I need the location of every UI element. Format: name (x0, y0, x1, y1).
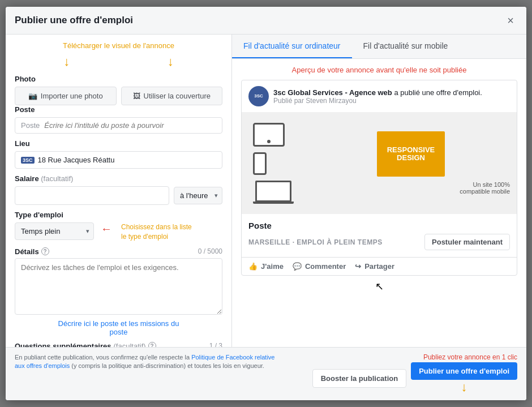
salary-unit-select[interactable]: à l'heure (174, 187, 222, 204)
questions-header: Questions supplémentaires (facultatif) ?… (15, 342, 222, 347)
import-photo-label: Importer une photo (41, 92, 103, 100)
use-cover-button[interactable]: 🖼 Utiliser la couverture (121, 87, 223, 105)
salary-unit-wrapper: à l'heure (174, 187, 222, 204)
publish-button[interactable]: Publier une offre d'emploi (411, 362, 517, 380)
orange-box: RESPONSIVEDESIGN (377, 131, 445, 177)
photo-annotation: Télécharger le visuel de l'annonce (15, 41, 222, 50)
details-annotation: Décrire ici le poste et les missions dup… (15, 319, 222, 336)
modal-footer: En publiant cette publication, vous conf… (6, 347, 526, 400)
avatar: 3SC (248, 86, 269, 106)
salary-input[interactable] (15, 186, 169, 205)
emploi-group: Type d'emploi Temps plein ← Choisissez d… (15, 211, 222, 242)
modal: Publier une offre d'emploi × Télécharger… (6, 7, 526, 400)
photo-arrows: ↓ ↓ (15, 54, 222, 69)
like-label: J'aime (261, 262, 284, 271)
publish-arrow-icon: ↓ (461, 380, 467, 395)
left-panel: Télécharger le visuel de l'annonce ↓ ↓ P… (6, 35, 232, 347)
fb-card-header: 3SC 3sc Global Services - Agence web a p… (242, 80, 517, 112)
emploi-label: Type d'emploi (15, 211, 222, 219)
mobile-sub: Un site 100%compatible mobile (312, 181, 510, 195)
modal-body: Télécharger le visuel de l'annonce ↓ ↓ P… (6, 35, 526, 347)
details-textarea-wrapper (15, 258, 222, 317)
fb-card-content: Poste MARSEILLE · EMPLOI À PLEIN TEMPS P… (242, 214, 517, 257)
tab-mobile[interactable]: Fil d'actualité sur mobile (352, 35, 460, 58)
questions-count: 1 / 3 (209, 342, 222, 347)
apply-button[interactable]: Postuler maintenant (424, 234, 510, 250)
card-image: RESPONSIVEDESIGN Un site 100%compatible … (242, 112, 517, 214)
lieu-group: Lieu 3SC 18 Rue Jacques Réattu (15, 139, 222, 169)
lieu-badge: 3SC (21, 157, 35, 164)
poste-input[interactable] (44, 121, 216, 130)
details-info-icon[interactable]: ? (41, 247, 49, 255)
publish-btn-wrapper: Publier une offre d'emploi ↓ (411, 362, 517, 395)
cursor-icon: ↖ (375, 281, 384, 292)
footer-text-after: (y compris la politique anti-discriminat… (70, 362, 264, 369)
like-action[interactable]: 👍 J'aime (248, 262, 284, 271)
card-title: Poste (248, 221, 510, 230)
tab-desktop[interactable]: Fil d'actualité sur ordinateur (232, 35, 352, 58)
salaire-label: Salaire (facultatif) (15, 174, 222, 183)
questions-info-icon[interactable]: ? (148, 342, 156, 347)
comment-action[interactable]: 💬 Commenter (293, 262, 346, 271)
image-icon: 🖼 (133, 92, 140, 100)
responsive-design-visual: RESPONSIVEDESIGN Un site 100%compatible … (242, 112, 517, 214)
page-name: 3sc Global Services - Agence web a publi… (273, 88, 482, 97)
lieu-wrapper: 3SC 18 Rue Jacques Réattu (15, 151, 222, 169)
page-author: Publié par Steven Mirzayou (273, 97, 482, 105)
cursor-area: ↖ (241, 280, 517, 293)
location-row: MARSEILLE · EMPLOI À PLEIN TEMPS Postule… (248, 234, 510, 250)
arrow-down-right: ↓ (168, 54, 174, 69)
tablet-device (253, 123, 285, 147)
annotation-block: Publiez votre annonce en 1 clic Booster … (312, 353, 517, 395)
comment-label: Commenter (305, 262, 346, 271)
laptop-device (253, 181, 294, 204)
arrow-down-left: ↓ (63, 54, 70, 69)
lieu-value: 18 Rue Jacques Réattu (38, 156, 115, 164)
details-textarea[interactable] (15, 258, 222, 315)
details-group: Détails ? 0 / 5000 Décrire ici le poste … (15, 247, 222, 336)
comment-icon: 💬 (293, 262, 302, 271)
modal-header: Publier une offre d'emploi × (6, 7, 526, 35)
right-panel: Fil d'actualité sur ordinateur Fil d'act… (232, 35, 526, 347)
publish-annotation: Publiez votre annonce en 1 clic (423, 353, 517, 361)
fb-actions: 👍 J'aime 💬 Commenter ↪ Partager (242, 257, 517, 275)
modal-overlay: Publier une offre d'emploi × Télécharger… (0, 0, 532, 407)
tabs: Fil d'actualité sur ordinateur Fil d'act… (232, 35, 526, 59)
preview-notice: Aperçu de votre annonce avant qu'elle ne… (241, 66, 517, 74)
modal-title: Publier une offre d'emploi (15, 15, 133, 26)
design-right: RESPONSIVEDESIGN Un site 100%compatible … (305, 125, 517, 202)
details-label: Détails ? (15, 247, 49, 256)
salaire-group: Salaire (facultatif) à l'heure (15, 174, 222, 205)
emploi-annotation: Choisissez dans la listele type d'emploi (121, 222, 192, 242)
preview-area: Aperçu de votre annonce avant qu'elle ne… (232, 59, 526, 347)
footer-text: En publiant cette publication, vous conf… (15, 353, 281, 371)
like-icon: 👍 (248, 262, 258, 271)
emploi-select[interactable]: Temps plein (15, 222, 94, 240)
booster-button[interactable]: Booster la publication (312, 369, 407, 388)
questions-group: Questions supplémentaires (facultatif) ?… (15, 342, 222, 347)
share-icon: ↪ (355, 262, 361, 271)
fb-card: 3SC 3sc Global Services - Agence web a p… (241, 80, 517, 276)
emploi-select-wrapper: Temps plein (15, 222, 94, 240)
share-action[interactable]: ↪ Partager (355, 262, 394, 271)
poste-icon: Poste (21, 121, 40, 130)
photo-label: Photo (15, 75, 222, 83)
details-header: Détails ? 0 / 5000 (15, 247, 222, 256)
salary-row: à l'heure (15, 186, 222, 205)
arrow-left-icon: ← (101, 222, 112, 235)
camera-icon: 📷 (28, 92, 37, 100)
phone-device (253, 152, 267, 175)
share-label: Partager (364, 262, 394, 271)
import-photo-button[interactable]: 📷 Importer une photo (15, 87, 117, 105)
responsive-text: RESPONSIVEDESIGN (387, 146, 435, 162)
close-icon[interactable]: × (504, 14, 517, 27)
devices-left (242, 112, 305, 214)
footer-text-before: En publiant cette publication, vous conf… (15, 354, 191, 361)
questions-label: Questions supplémentaires (facultatif) ? (15, 342, 156, 347)
footer-buttons: Booster la publication Publier une offre… (312, 362, 517, 395)
poste-label: Poste (15, 105, 222, 114)
details-count: 0 / 5000 (198, 247, 222, 255)
use-cover-label: Utiliser la couverture (144, 92, 211, 100)
page-info: 3sc Global Services - Agence web a publi… (273, 88, 482, 105)
location-text: MARSEILLE · EMPLOI À PLEIN TEMPS (248, 238, 383, 246)
